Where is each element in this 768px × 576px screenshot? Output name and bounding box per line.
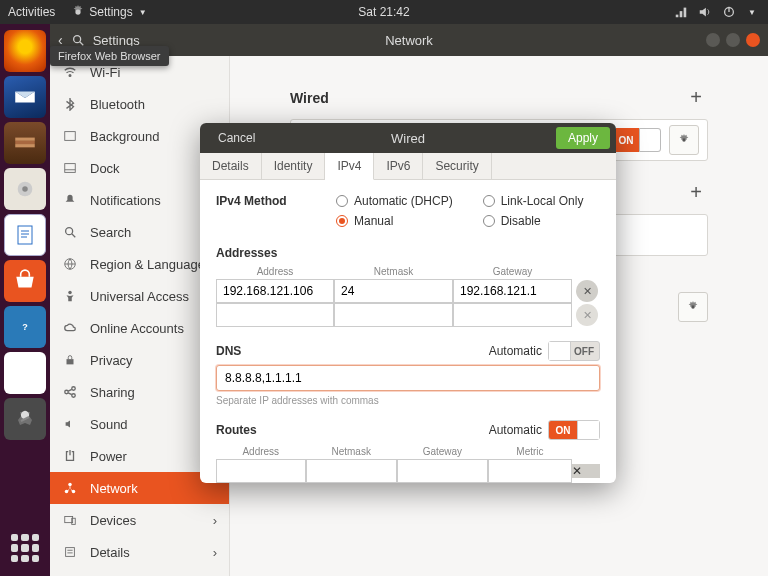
svg-line-29 [68,389,72,391]
svg-rect-19 [65,164,76,173]
svg-rect-18 [65,132,76,141]
launcher-writer[interactable] [4,214,46,256]
launcher-show-apps[interactable] [7,530,43,566]
dns-hint: Separate IP addresses with commas [216,395,600,406]
tab-security[interactable]: Security [423,153,491,179]
addr-1-gateway[interactable] [453,303,572,327]
window-minimize[interactable] [706,33,720,47]
sidebar-item-details[interactable]: Details› [50,536,229,568]
wired-section-title: Wired [290,90,329,106]
sidebar-item-label: Search [90,225,131,240]
dns-label: DNS [216,344,241,358]
tab-ipv4[interactable]: IPv4 [325,153,374,180]
search-icon[interactable] [71,33,85,47]
dns-automatic-toggle[interactable]: OFF [548,341,600,361]
addr-1-delete[interactable]: ✕ [576,304,598,326]
radio-manual[interactable]: Manual [336,214,453,228]
launcher-software[interactable] [4,260,46,302]
wifi-icon [62,64,78,80]
svg-point-17 [69,75,71,77]
launcher-thunderbird[interactable] [4,76,46,118]
cancel-button[interactable]: Cancel [206,127,267,149]
chevron-down-icon: ▼ [748,8,756,17]
tab-ipv6[interactable]: IPv6 [374,153,423,179]
launcher-rhythmbox[interactable] [4,168,46,210]
window-close[interactable] [746,33,760,47]
share-icon [62,384,78,400]
routes-header-gateway: Gateway [397,444,488,459]
switch-on-label: ON [549,421,577,439]
bell-icon [62,192,78,208]
svg-rect-6 [15,138,35,141]
addresses-table: Address Netmask Gateway ✕ ✕ [216,264,600,327]
launcher-amazon[interactable]: a [4,352,46,394]
route-0-metric[interactable] [488,459,572,483]
sidebar-item-label: Details [90,545,130,560]
route-0-gateway[interactable] [397,459,488,483]
add-vpn-button[interactable]: + [684,181,708,204]
radio-linklocal[interactable]: Link-Local Only [483,194,584,208]
radio-automatic[interactable]: Automatic (DHCP) [336,194,453,208]
proxy-settings-button[interactable] [678,292,708,322]
addr-0-netmask[interactable] [334,279,453,303]
route-0-netmask[interactable] [306,459,397,483]
dialog-tabs: DetailsIdentityIPv4IPv6Security [200,153,616,180]
sidebar-item-label: Network [90,481,138,496]
tab-identity[interactable]: Identity [262,153,326,179]
network-status-icon[interactable] [674,5,688,19]
addr-1-netmask[interactable] [334,303,453,327]
sidebar-item-bluetooth[interactable]: Bluetooth [50,88,229,120]
addr-0-address[interactable] [216,279,334,303]
route-0-delete[interactable]: ✕ [572,464,600,478]
wired-settings-button[interactable] [669,125,699,155]
wired-toggle[interactable]: ON [613,128,661,152]
svg-rect-8 [15,144,35,147]
routes-header-address: Address [216,444,306,459]
launcher-files[interactable] [4,122,46,164]
routes-header-netmask: Netmask [306,444,397,459]
network-icon [62,480,78,496]
add-connection-button[interactable]: + [684,86,708,109]
addr-header-address: Address [216,264,334,279]
addr-0-gateway[interactable] [453,279,572,303]
activities-button[interactable]: Activities [8,5,55,19]
gear-icon [71,5,85,19]
window-maximize[interactable] [726,33,740,47]
launcher-help[interactable]: ? [4,306,46,348]
chevron-right-icon: › [213,545,217,560]
lock-icon [62,352,78,368]
apply-button[interactable]: Apply [556,127,610,149]
route-0-address[interactable] [216,459,306,483]
sidebar-item-label: Background [90,129,159,144]
launcher-settings[interactable] [4,398,46,440]
launcher-firefox[interactable] [4,30,46,72]
addr-0-delete[interactable]: ✕ [576,280,598,302]
volume-icon[interactable] [698,5,712,19]
switch-on-label: ON [613,128,639,152]
power-icon[interactable] [722,5,736,19]
addr-1-address[interactable] [216,303,334,327]
svg-point-27 [72,387,76,391]
sidebar-item-label: Wi-Fi [90,65,120,80]
sidebar-item-label: Power [90,449,127,464]
globe-icon [62,256,78,272]
dialog-headerbar: Cancel Wired Apply [200,123,616,153]
app-menu-label[interactable]: Settings [89,5,132,19]
launcher-tooltip: Firefox Web Browser [50,46,169,66]
sidebar-item-label: Region & Language [90,257,205,272]
routes-header-metric: Metric [488,444,572,459]
tab-details[interactable]: Details [200,153,262,179]
radio-linklocal-label: Link-Local Only [501,194,584,208]
routes-automatic-toggle[interactable]: ON [548,420,600,440]
clock[interactable]: Sat 21:42 [358,5,409,19]
svg-rect-11 [18,226,32,244]
switch-off-label: OFF [569,346,599,357]
dns-input[interactable] [216,365,600,391]
routes-table: Address Netmask Gateway Metric ✕ [216,444,600,483]
search-icon [62,224,78,240]
sidebar-item-devices[interactable]: Devices› [50,504,229,536]
radio-disable[interactable]: Disable [483,214,584,228]
svg-line-30 [68,393,72,395]
sidebar-item-label: Sharing [90,385,135,400]
chevron-down-icon: ▼ [139,8,147,17]
